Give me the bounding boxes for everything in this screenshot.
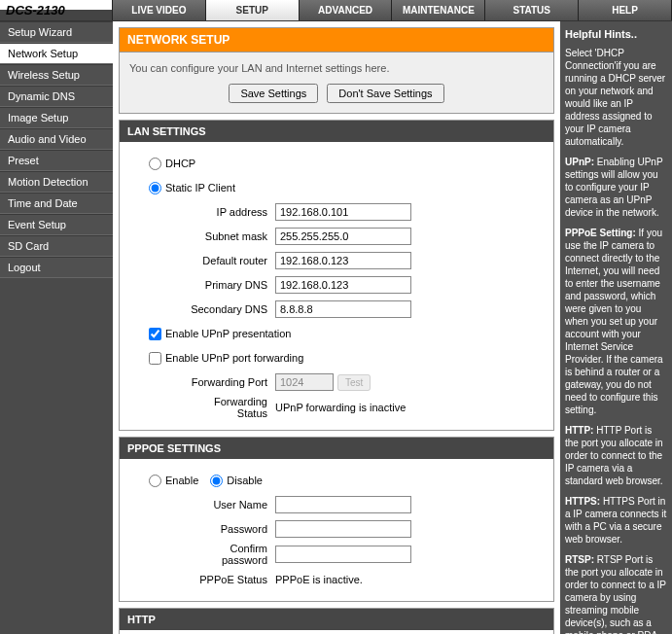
save-settings-button[interactable]: Save Settings: [229, 84, 318, 103]
pppoe-status-label: PPPoE Status: [183, 574, 275, 585]
sidebar-setup-wizard[interactable]: Setup Wizard: [0, 21, 113, 43]
pppoe-pass-input[interactable]: [275, 520, 411, 538]
forwarding-port-input[interactable]: [275, 373, 334, 391]
router-label: Default router: [183, 255, 275, 266]
ip-input[interactable]: [275, 203, 411, 221]
sidebar-event-setup[interactable]: Event Setup: [0, 214, 113, 235]
nav-setup[interactable]: SETUP: [206, 0, 300, 20]
forwarding-port-label: Forwarding Port: [183, 376, 275, 388]
test-button[interactable]: Test: [337, 374, 371, 391]
hint-http: HTTP: HTTP Port is the port you allocate…: [565, 424, 667, 487]
hint-https: HTTPS: HTTPS Port in a IP camera connect…: [565, 495, 667, 546]
primary-dns-input[interactable]: [275, 276, 411, 294]
sidebar-wireless-setup[interactable]: Wireless Setup: [0, 64, 113, 86]
sidebar-motion-detection[interactable]: Motion Detection: [0, 171, 113, 193]
pppoe-enable-radio[interactable]: [149, 475, 161, 487]
sidebar-dynamic-dns[interactable]: Dynamic DNS: [0, 86, 113, 107]
nav-advanced[interactable]: ADVANCED: [300, 0, 393, 20]
pppoe-pass-label: Password: [183, 523, 275, 535]
ip-label: IP address: [183, 206, 275, 218]
static-ip-radio[interactable]: [149, 182, 161, 194]
static-ip-label: Static IP Client: [165, 182, 235, 194]
hint-rtsp: RTSP: RTSP Port is the port you allocate…: [565, 553, 667, 634]
sidebar-time-date[interactable]: Time and Date: [0, 193, 113, 214]
sidebar-audio-video[interactable]: Audio and Video: [0, 128, 113, 150]
dont-save-settings-button[interactable]: Don't Save Settings: [327, 84, 443, 103]
nav-maintenance[interactable]: MAINTENANCE: [392, 0, 485, 20]
sidebar-logout[interactable]: Logout: [0, 257, 113, 278]
helpful-hints-panel: Helpful Hints.. Select 'DHCP Connection'…: [560, 21, 672, 634]
main-content: NETWORK SETUP You can configure your LAN…: [113, 21, 560, 634]
primary-dns-label: Primary DNS: [183, 279, 275, 291]
subnet-label: Subnet mask: [183, 230, 275, 242]
router-input[interactable]: [275, 252, 411, 269]
nav-help[interactable]: HELP: [579, 0, 672, 20]
sidebar: Setup Wizard Network Setup Wireless Setu…: [0, 21, 113, 634]
sidebar-image-setup[interactable]: Image Setup: [0, 107, 113, 128]
sidebar-network-setup[interactable]: Network Setup: [0, 43, 113, 64]
pppoe-section-header: PPPOE SETTINGS: [120, 438, 553, 459]
nav-status[interactable]: STATUS: [485, 0, 579, 20]
pppoe-enable-label: Enable: [165, 475, 198, 486]
pppoe-disable-radio[interactable]: [210, 475, 223, 487]
hint-upnp: UPnP: Enabling UPnP settings will allow …: [565, 156, 667, 219]
pppoe-confirm-input[interactable]: [275, 546, 411, 563]
http-section-header: HTTP: [120, 609, 553, 630]
dhcp-radio[interactable]: [149, 158, 161, 170]
subnet-input[interactable]: [275, 228, 411, 245]
upnp-presentation-checkbox[interactable]: [149, 328, 161, 340]
upnp-presentation-label: Enable UPnP presentation: [165, 328, 291, 339]
forwarding-status-value: UPnP forwarding is inactive: [275, 402, 406, 413]
pppoe-user-input[interactable]: [275, 496, 411, 513]
sidebar-sd-card[interactable]: SD Card: [0, 235, 113, 257]
secondary-dns-label: Secondary DNS: [183, 303, 275, 315]
model-label: DCS-2130: [0, 0, 113, 20]
pppoe-disable-label: Disable: [227, 475, 263, 486]
pppoe-user-label: User Name: [183, 499, 275, 511]
page-title: NETWORK SETUP: [119, 27, 554, 52]
intro-text: You can configure your LAN and Internet …: [129, 62, 544, 74]
upnp-forwarding-label: Enable UPnP port forwarding: [165, 352, 303, 364]
hint-dhcp: Select 'DHCP Connection'if you are runni…: [565, 47, 667, 148]
upnp-forwarding-checkbox[interactable]: [149, 352, 161, 365]
nav-live-video[interactable]: LIVE VIDEO: [113, 0, 206, 20]
hint-pppoe: PPPoE Setting: If you use the IP camera …: [565, 227, 667, 416]
forwarding-status-label: Forwarding Status: [183, 396, 275, 419]
pppoe-status-value: PPPoE is inactive.: [275, 574, 363, 585]
secondary-dns-input[interactable]: [275, 300, 411, 318]
dhcp-label: DHCP: [165, 158, 195, 169]
sidebar-preset[interactable]: Preset: [0, 150, 113, 171]
hints-title: Helpful Hints..: [565, 27, 667, 41]
pppoe-confirm-label: Confirm password: [183, 543, 275, 566]
lan-section-header: LAN SETTINGS: [120, 121, 553, 142]
